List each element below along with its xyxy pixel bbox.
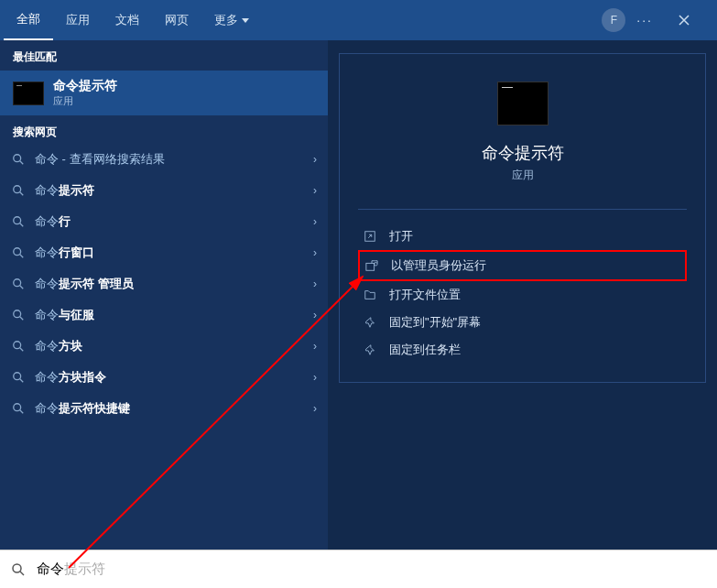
action-pin-to-start[interactable]: 固定到"开始"屏幕 — [358, 309, 687, 336]
web-result-item[interactable]: 命令方块指令› — [0, 362, 328, 393]
web-search-header: 搜索网页 — [0, 115, 328, 144]
web-result-label: 命令 - 查看网络搜索结果 — [35, 151, 165, 168]
svg-line-7 — [20, 255, 24, 258]
action-icon — [362, 342, 378, 358]
action-label: 以管理员身份运行 — [391, 257, 486, 274]
action-open-file-location[interactable]: 打开文件位置 — [358, 281, 687, 309]
web-result-label: 命令与征服 — [35, 307, 94, 323]
action-label: 打开文件位置 — [389, 287, 461, 303]
web-result-item[interactable]: 命令提示符快捷键› — [0, 393, 328, 424]
tab-more[interactable]: 更多 — [201, 0, 262, 40]
chevron-right-icon: › — [313, 278, 317, 290]
svg-line-17 — [20, 410, 24, 414]
svg-line-1 — [20, 161, 24, 165]
web-result-label: 命令行窗口 — [35, 245, 94, 261]
svg-point-14 — [14, 373, 21, 380]
search-icon — [11, 562, 27, 577]
more-options-icon[interactable]: ··· — [636, 13, 653, 27]
avatar[interactable]: F — [602, 8, 625, 32]
search-icon — [11, 277, 26, 291]
svg-line-3 — [20, 192, 24, 196]
web-result-item[interactable]: 命令提示符 管理员› — [0, 268, 328, 299]
action-icon — [362, 314, 378, 331]
svg-point-12 — [14, 342, 21, 349]
chevron-right-icon: › — [313, 340, 317, 353]
web-result-item[interactable]: 命令行› — [0, 206, 328, 237]
tab-apps[interactable]: 应用 — [53, 0, 103, 40]
web-result-label: 命令提示符快捷键 — [35, 400, 130, 417]
chevron-right-icon: › — [313, 215, 317, 228]
svg-line-11 — [20, 317, 24, 321]
search-icon — [11, 370, 26, 385]
svg-point-20 — [375, 263, 378, 267]
web-result-label: 命令方块指令 — [35, 369, 106, 386]
web-result-item[interactable]: 命令与征服› — [0, 299, 328, 331]
search-icon — [11, 183, 26, 198]
detail-title: 命令提示符 — [482, 142, 564, 164]
web-result-label: 命令提示符 管理员 — [35, 276, 134, 292]
svg-point-21 — [13, 564, 21, 572]
chevron-right-icon: › — [313, 309, 317, 321]
tab-docs[interactable]: 文档 — [103, 0, 152, 40]
svg-point-6 — [14, 248, 21, 256]
search-icon — [11, 339, 26, 354]
action-run-as-admin[interactable]: 以管理员身份运行 — [358, 250, 687, 281]
svg-line-13 — [20, 348, 24, 352]
chevron-right-icon: › — [313, 371, 317, 384]
search-bar[interactable]: 命令提示符 — [0, 550, 717, 588]
preview-cmd-icon — [497, 82, 549, 125]
right-panel: 命令提示符 应用 打开以管理员身份运行打开文件位置固定到"开始"屏幕固定到任务栏 — [328, 40, 717, 550]
action-label: 固定到"开始"屏幕 — [389, 314, 481, 331]
svg-point-0 — [14, 155, 21, 162]
web-result-label: 命令提示符 — [35, 182, 94, 199]
svg-line-9 — [20, 286, 24, 289]
search-icon — [11, 308, 26, 322]
svg-line-5 — [20, 223, 24, 227]
web-result-item[interactable]: 命令方块› — [0, 331, 328, 362]
svg-point-10 — [14, 310, 21, 318]
chevron-right-icon: › — [313, 153, 317, 166]
best-match-title: 命令提示符 — [53, 78, 117, 94]
action-open[interactable]: 打开 — [358, 223, 687, 250]
chevron-right-icon: › — [313, 402, 317, 415]
web-result-item[interactable]: 命令 - 查看网络搜索结果› — [0, 144, 328, 175]
close-icon — [679, 15, 690, 26]
svg-point-8 — [14, 279, 21, 287]
svg-point-16 — [14, 404, 21, 411]
web-result-label: 命令行 — [35, 213, 71, 230]
best-match-item[interactable]: 命令提示符 应用 — [0, 71, 328, 115]
web-result-label: 命令方块 — [35, 338, 82, 354]
search-icon — [11, 152, 26, 167]
action-label: 固定到任务栏 — [389, 342, 461, 358]
best-match-header: 最佳匹配 — [0, 40, 328, 71]
tab-web[interactable]: 网页 — [152, 0, 201, 40]
search-input[interactable]: 命令提示符 — [37, 561, 105, 578]
chevron-right-icon: › — [313, 246, 317, 259]
web-result-item[interactable]: 命令行窗口› — [0, 237, 328, 268]
svg-point-4 — [14, 217, 21, 224]
action-pin-to-taskbar[interactable]: 固定到任务栏 — [358, 336, 687, 364]
detail-card: 命令提示符 应用 打开以管理员身份运行打开文件位置固定到"开始"屏幕固定到任务栏 — [339, 53, 706, 383]
svg-point-2 — [14, 186, 21, 193]
search-icon — [11, 245, 26, 260]
action-icon — [362, 228, 378, 245]
svg-line-22 — [20, 572, 24, 575]
actions-list: 打开以管理员身份运行打开文件位置固定到"开始"屏幕固定到任务栏 — [358, 209, 687, 364]
web-result-item[interactable]: 命令提示符› — [0, 175, 328, 206]
search-icon — [11, 214, 26, 229]
chevron-right-icon: › — [313, 184, 317, 197]
cmd-icon — [13, 82, 44, 105]
web-results-list: 命令 - 查看网络搜索结果›命令提示符›命令行›命令行窗口›命令提示符 管理员›… — [0, 144, 328, 424]
svg-rect-19 — [366, 263, 375, 270]
top-tabs: 全部 应用 文档 网页 更多 F ··· — [0, 0, 717, 40]
close-button[interactable] — [664, 0, 704, 40]
action-label: 打开 — [389, 228, 413, 245]
best-match-subtitle: 应用 — [53, 94, 117, 108]
tab-all[interactable]: 全部 — [4, 0, 53, 40]
action-icon — [364, 257, 380, 274]
svg-line-15 — [20, 379, 24, 383]
left-panel: 最佳匹配 命令提示符 应用 搜索网页 命令 - 查看网络搜索结果›命令提示符›命… — [0, 40, 328, 550]
search-icon — [11, 401, 26, 416]
detail-subtitle: 应用 — [512, 168, 534, 183]
action-icon — [362, 287, 378, 303]
